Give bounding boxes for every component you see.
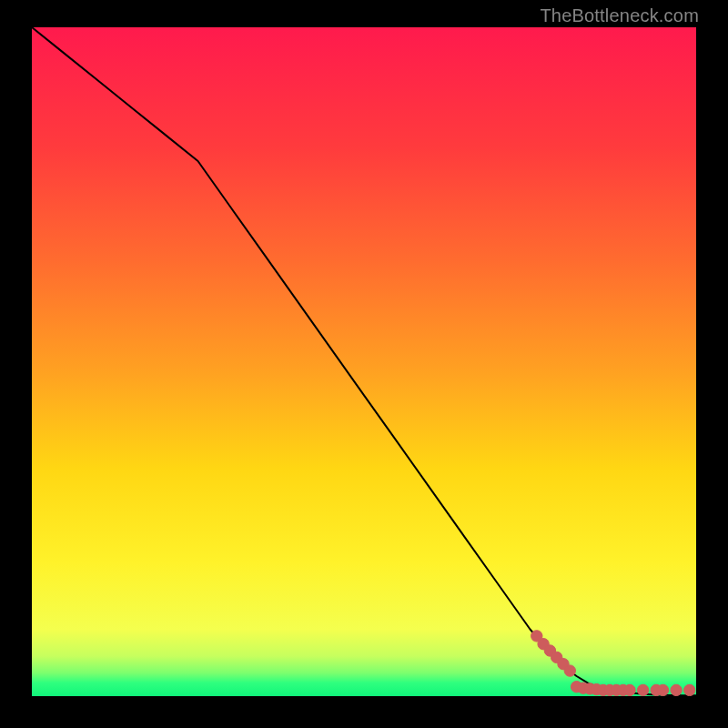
data-points xyxy=(531,631,695,696)
chart-overlay xyxy=(32,27,696,696)
chart-stage: TheBottleneck.com xyxy=(0,0,728,728)
plot-area xyxy=(32,27,696,696)
data-point xyxy=(624,684,635,695)
data-point xyxy=(684,684,695,695)
watermark-label: TheBottleneck.com xyxy=(540,5,699,26)
data-point xyxy=(671,684,682,695)
bottleneck-curve xyxy=(32,27,696,695)
data-point xyxy=(564,665,575,676)
data-point xyxy=(657,684,668,695)
data-point xyxy=(637,684,648,695)
